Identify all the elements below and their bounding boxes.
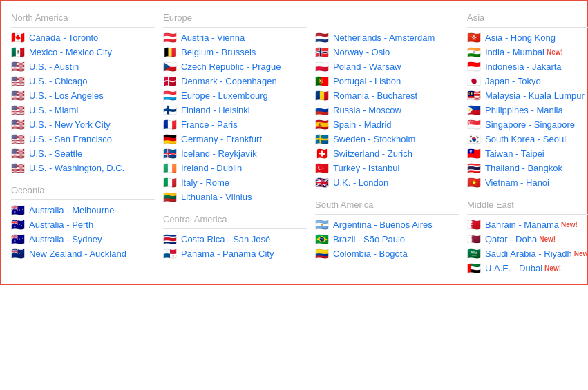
item-label: Australia - Melbourne xyxy=(29,205,115,215)
item-label: U.S. - Washington, D.C. xyxy=(29,163,124,173)
item-netherlands-amsterdam[interactable]: 🇳🇱Netherlands - Amsterdam xyxy=(315,30,459,45)
col-asia-mideast: Asia 🇭🇰Asia - Hong Kong 🇮🇳India - Mumbai… xyxy=(463,7,588,278)
item-hongkong[interactable]: 🇭🇰Asia - Hong Kong xyxy=(467,30,588,45)
item-label: Italy - Rome xyxy=(181,177,229,188)
item-france-paris[interactable]: 🇫🇷France - Paris xyxy=(163,117,307,132)
item-qatar-doha[interactable]: 🇶🇦Qatar - DohaNew! xyxy=(467,232,588,246)
item-us-washington[interactable]: 🇺🇸U.S. - Washington, D.C. xyxy=(11,161,155,175)
item-us-miami[interactable]: 🇺🇸U.S. - Miami xyxy=(11,103,155,117)
item-us-chicago[interactable]: 🇺🇸U.S. - Chicago xyxy=(11,74,155,88)
flag-australia: 🇦🇺 xyxy=(11,235,25,244)
item-malaysia-kl[interactable]: 🇲🇾Malaysia - Kuala Lumpur xyxy=(467,88,588,103)
item-label: Mexico - Mexico City xyxy=(29,47,112,57)
item-indonesia-jakarta[interactable]: 🇮🇩Indonesia - Jakarta xyxy=(467,59,588,74)
item-panama[interactable]: 🇵🇦Panama - Panama City xyxy=(163,246,307,261)
flag-uae: 🇦🇪 xyxy=(467,264,481,273)
flag-romania: 🇷🇴 xyxy=(315,91,329,101)
item-portugal-lisbon[interactable]: 🇵🇹Portugal - Lisbon xyxy=(315,74,459,88)
item-label: Czech Republic - Prague xyxy=(181,61,281,72)
item-label: Qatar - Doha xyxy=(485,234,537,244)
item-thailand-bangkok[interactable]: 🇹🇭Thailand - Bangkok xyxy=(467,161,588,175)
item-label: France - Paris xyxy=(181,119,238,130)
item-australia-sydney[interactable]: 🇦🇺Australia - Sydney xyxy=(11,232,155,246)
item-australia-perth[interactable]: 🇦🇺Australia - Perth xyxy=(11,217,155,232)
item-vietnam-hanoi[interactable]: 🇻🇳Vietnam - Hanoi xyxy=(467,175,588,190)
flag-argentina: 🇦🇷 xyxy=(315,220,329,230)
flag-czech: 🇨🇿 xyxy=(163,62,177,72)
item-newzealand-auckland[interactable]: 🇳🇿New Zealand - Auckland xyxy=(11,246,155,261)
item-argentina[interactable]: 🇦🇷Argentina - Buenos Aires xyxy=(315,217,459,232)
item-label: Turkey - Istanbul xyxy=(333,163,399,173)
item-canada-toronto[interactable]: 🇨🇦Canada - Toronto xyxy=(11,30,155,45)
flag-us: 🇺🇸 xyxy=(11,135,25,144)
item-japan-tokyo[interactable]: 🇯🇵Japan - Tokyo xyxy=(467,74,588,88)
item-label: U.A.E. - Dubai xyxy=(485,263,542,273)
item-finland-helsinki[interactable]: 🇫🇮Finland - Helsinki xyxy=(163,103,307,117)
item-italy-rome[interactable]: 🇮🇹Italy - Rome xyxy=(163,175,307,190)
item-taiwan-taipei[interactable]: 🇹🇼Taiwan - Taipei xyxy=(467,146,588,161)
item-us-seattle[interactable]: 🇺🇸U.S. - Seattle xyxy=(11,146,155,161)
item-uae-dubai[interactable]: 🇦🇪U.A.E. - DubaiNew! xyxy=(467,261,588,275)
item-label: Asia - Hong Kong xyxy=(485,32,556,43)
item-romania-bucharest[interactable]: 🇷🇴Romania - Bucharest xyxy=(315,88,459,103)
item-denmark-copenhagen[interactable]: 🇩🇰Denmark - Copenhagen xyxy=(163,74,307,88)
item-label: New Zealand - Auckland xyxy=(29,248,126,259)
item-switzerland-zurich[interactable]: 🇨🇭Switzerland - Zurich xyxy=(315,146,459,161)
item-iceland-reykjavik[interactable]: 🇮🇸Iceland - Reykjavík xyxy=(163,146,307,161)
item-singapore[interactable]: 🇸🇬Singapore - Singapore xyxy=(467,117,588,132)
item-saudi-riyadh[interactable]: 🇸🇦Saudi Arabia - RiyadhNew! xyxy=(467,246,588,261)
item-germany-frankfurt[interactable]: 🇩🇪Germany - Frankfurt xyxy=(163,132,307,146)
item-label: U.S. - Seattle xyxy=(29,148,82,159)
item-russia-moscow[interactable]: 🇷🇺Russia - Moscow xyxy=(315,103,459,117)
item-norway-oslo[interactable]: 🇳🇴Norway - Oslo xyxy=(315,45,459,59)
item-lithuania-vilnius[interactable]: 🇱🇹Lithuania - Vilnius xyxy=(163,190,307,204)
item-bahrain-manama[interactable]: 🇧🇭Bahrain - ManamaNew! xyxy=(467,217,588,232)
item-czech-prague[interactable]: 🇨🇿Czech Republic - Prague xyxy=(163,59,307,74)
oceania-section: Oceania 🇦🇺Australia - Melbourne 🇦🇺Austra… xyxy=(11,182,155,261)
flag-luxembourg: 🇱🇺 xyxy=(163,91,177,101)
col-europe1-central: Europe 🇦🇹Austria - Vienna 🇧🇪Belgium - Br… xyxy=(159,7,311,278)
flag-ireland: 🇮🇪 xyxy=(163,164,177,173)
flag-japan: 🇯🇵 xyxy=(467,77,481,86)
flag-portugal: 🇵🇹 xyxy=(315,77,329,86)
item-label: Thailand - Bangkok xyxy=(485,163,562,173)
item-india-mumbai[interactable]: 🇮🇳India - MumbaiNew! xyxy=(467,45,588,59)
item-label: Lithuania - Vilnius xyxy=(181,192,252,202)
col-north-america-oceania: North America 🇨🇦Canada - Toronto 🇲🇽Mexic… xyxy=(7,7,159,278)
item-label: Japan - Tokyo xyxy=(485,76,541,86)
flag-south-korea: 🇰🇷 xyxy=(467,135,481,144)
south-america-section: South America 🇦🇷Argentina - Buenos Aires… xyxy=(315,197,459,261)
item-australia-melbourne[interactable]: 🇦🇺Australia - Melbourne xyxy=(11,203,155,217)
flag-panama: 🇵🇦 xyxy=(163,249,177,259)
item-us-los-angeles[interactable]: 🇺🇸U.S. - Los Angeles xyxy=(11,88,155,103)
middle-east-header: Middle East xyxy=(467,197,588,215)
flag-russia: 🇷🇺 xyxy=(315,106,329,115)
item-us-austin[interactable]: 🇺🇸U.S. - Austin xyxy=(11,59,155,74)
item-philippines-manila[interactable]: 🇵🇭Philippines - Manila xyxy=(467,103,588,117)
europe-header: Europe xyxy=(163,10,307,28)
flag-lithuania: 🇱🇹 xyxy=(163,193,177,202)
item-colombia[interactable]: 🇨🇴Colombia - Bogotá xyxy=(315,246,459,261)
item-label: Austria - Vienna xyxy=(181,32,245,43)
item-poland-warsaw[interactable]: 🇵🇱Poland - Warsaw xyxy=(315,59,459,74)
item-mexico-city[interactable]: 🇲🇽Mexico - Mexico City xyxy=(11,45,155,59)
item-us-san-francisco[interactable]: 🇺🇸U.S. - San Francisco xyxy=(11,132,155,146)
item-ireland-dublin[interactable]: 🇮🇪Ireland - Dublin xyxy=(163,161,307,175)
item-turkey-istanbul[interactable]: 🇹🇷Turkey - Istanbul xyxy=(315,161,459,175)
item-label: Philippines - Manila xyxy=(485,105,563,115)
item-us-new-york[interactable]: 🇺🇸U.S. - New York City xyxy=(11,117,155,132)
item-costa-rica[interactable]: 🇨🇷Costa Rica - San José xyxy=(163,232,307,246)
flag-nz: 🇳🇿 xyxy=(11,249,25,259)
item-europe-luxembourg[interactable]: 🇱🇺Europe - Luxembourg xyxy=(163,88,307,103)
item-label: Iceland - Reykjavík xyxy=(181,148,257,159)
oceania-header: Oceania xyxy=(11,182,155,200)
item-brazil[interactable]: 🇧🇷Brazil - São Paulo xyxy=(315,232,459,246)
item-austria-vienna[interactable]: 🇦🇹Austria - Vienna xyxy=(163,30,307,45)
item-label: Belgium - Brussels xyxy=(181,47,256,57)
item-belgium-brussels[interactable]: 🇧🇪Belgium - Brussels xyxy=(163,45,307,59)
item-south-korea-seoul[interactable]: 🇰🇷South Korea - Seoul xyxy=(467,132,588,146)
item-uk-london[interactable]: 🇬🇧U.K. - London xyxy=(315,175,459,190)
item-spain-madrid[interactable]: 🇪🇸Spain - Madrid xyxy=(315,117,459,132)
item-sweden-stockholm[interactable]: 🇸🇪Sweden - Stockholm xyxy=(315,132,459,146)
item-label: Australia - Sydney xyxy=(29,234,102,244)
